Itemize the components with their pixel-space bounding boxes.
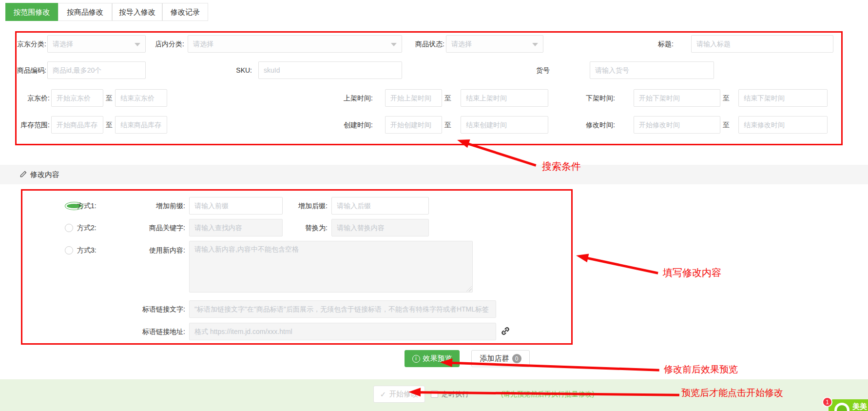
section-title: 修改内容	[30, 165, 59, 184]
range-to-label: 至	[103, 116, 115, 134]
preview-first-note: (请先预览然后再执行批量修改)	[501, 386, 594, 402]
create-time-from-input[interactable]	[385, 116, 442, 134]
product-status-select[interactable]: 请选择	[446, 35, 543, 53]
mode3-radio[interactable]	[65, 246, 73, 254]
jd-category-label: 京东分类:	[17, 35, 46, 53]
start-modify-button[interactable]: ✓ 开始修改	[373, 386, 425, 403]
slogan-link-url-label: 标语链接地址:	[120, 323, 185, 340]
off-shelf-time-label: 下架时间:	[566, 89, 615, 107]
stock-range-label: 库存范围:	[17, 116, 50, 134]
suffix-input[interactable]	[331, 197, 429, 215]
chevron-down-icon	[135, 43, 140, 46]
title-input[interactable]	[691, 35, 833, 53]
add-shop-group-button[interactable]: 添加店群 0	[471, 350, 530, 367]
product-code-input[interactable]	[47, 61, 146, 79]
preview-button[interactable]: i 效果预览	[405, 350, 460, 367]
jd-category-placeholder: 请选择	[53, 40, 73, 48]
product-status-label: 商品状态:	[412, 35, 444, 53]
mascot-icon	[837, 405, 847, 411]
keyword-input[interactable]	[189, 219, 283, 236]
shop-group-count-badge: 0	[512, 354, 521, 363]
keyword-label: 商品关键字:	[120, 219, 185, 236]
annotation-arrow-fill-content	[575, 252, 659, 276]
jd-category-select[interactable]: 请选择	[47, 35, 146, 53]
pencil-icon	[19, 171, 27, 180]
on-shelf-from-input[interactable]	[385, 89, 442, 107]
schedule-label: 定时执行	[442, 386, 469, 402]
replace-with-input[interactable]	[331, 219, 429, 236]
schedule-checkbox[interactable]	[431, 391, 438, 398]
preview-button-label: 效果预览	[423, 354, 452, 363]
product-code-label: 商品编码:	[17, 61, 46, 79]
new-content-textarea[interactable]	[189, 241, 473, 293]
chat-widget-name: 美美	[852, 402, 867, 411]
shop-category-label: 店内分类:	[153, 35, 184, 53]
modify-content-highlight-box: 方式1: 增加前缀: 增加后缀: 方式2: 商品关键字: 替换为: 方式3: 使…	[21, 189, 573, 345]
on-shelf-to-input[interactable]	[461, 89, 548, 107]
annotation-search-conditions: 搜索条件	[542, 160, 581, 173]
range-to-label: 至	[442, 116, 454, 134]
stock-from-input[interactable]	[51, 116, 103, 134]
prefix-input[interactable]	[189, 197, 283, 215]
tab-modify-by-product[interactable]: 按商品修改	[58, 3, 112, 21]
range-to-label: 至	[720, 89, 732, 107]
sku-label: SKU:	[212, 61, 252, 79]
art-no-label: 货号	[504, 61, 550, 79]
suffix-label: 增加后缀:	[288, 197, 328, 215]
link-icon[interactable]	[500, 326, 511, 338]
mode1-label: 方式1:	[77, 197, 116, 215]
create-time-to-input[interactable]	[461, 116, 548, 134]
mode3-label: 方式3:	[77, 241, 116, 259]
chevron-down-icon	[391, 43, 397, 46]
off-shelf-to-input[interactable]	[738, 89, 828, 107]
jd-price-from-input[interactable]	[51, 89, 103, 107]
range-to-label: 至	[103, 89, 115, 107]
modify-time-label: 修改时间:	[566, 116, 615, 134]
create-time-label: 创建时间:	[331, 116, 373, 134]
sku-input[interactable]	[258, 61, 402, 79]
off-shelf-from-input[interactable]	[634, 89, 720, 107]
mode2-radio[interactable]	[65, 224, 73, 232]
prefix-label: 增加前缀:	[120, 197, 185, 215]
chevron-down-icon	[532, 43, 538, 46]
tab-modify-by-import[interactable]: 按导入修改	[112, 3, 162, 21]
new-content-label: 使用新内容:	[120, 241, 185, 259]
range-to-label: 至	[720, 116, 732, 134]
annotation-fill-content: 填写修改内容	[663, 266, 721, 279]
art-no-input[interactable]	[590, 61, 714, 79]
jd-price-label: 京东价:	[17, 89, 50, 107]
batch-modify-page: 按范围修改 按商品修改 按导入修改 修改记录 京东分类: 请选择 店内分类: 请…	[0, 0, 868, 411]
start-modify-label: 开始修改	[389, 390, 418, 399]
check-icon: ✓	[380, 390, 386, 399]
jd-price-to-input[interactable]	[115, 89, 167, 107]
tab-modify-by-range[interactable]: 按范围修改	[5, 3, 58, 21]
modify-time-to-input[interactable]	[738, 116, 828, 134]
slogan-link-text-label: 标语链接文字:	[120, 300, 185, 318]
search-conditions-highlight-box: 京东分类: 请选择 店内分类: 请选择 商品状态: 请选择 标题: 商品编码: …	[15, 31, 843, 145]
add-shop-group-label: 添加店群	[480, 354, 509, 363]
range-to-label: 至	[442, 89, 454, 107]
annotation-preview-effect: 修改前后效果预览	[664, 363, 738, 376]
mode2-label: 方式2:	[77, 219, 116, 236]
slogan-link-url-input[interactable]	[189, 323, 496, 340]
annotation-start-after-preview: 预览后才能点击开始修改	[681, 387, 783, 399]
shop-category-select[interactable]: 请选择	[188, 35, 402, 53]
chat-unread-badge: 1	[822, 397, 832, 407]
stock-to-input[interactable]	[115, 116, 167, 134]
on-shelf-time-label: 上架时间:	[331, 89, 373, 107]
arrowhead-icon	[575, 251, 589, 262]
replace-with-label: 替换为:	[288, 219, 328, 236]
info-icon: i	[412, 355, 420, 363]
shop-category-placeholder: 请选择	[193, 40, 213, 48]
title-label: 标题:	[648, 35, 674, 53]
tab-modify-history[interactable]: 修改记录	[162, 3, 208, 21]
modify-content-section-bar: 修改内容	[0, 165, 868, 184]
modify-time-from-input[interactable]	[634, 116, 720, 134]
slogan-link-text-input[interactable]	[189, 300, 496, 318]
product-status-placeholder: 请选择	[451, 40, 472, 48]
